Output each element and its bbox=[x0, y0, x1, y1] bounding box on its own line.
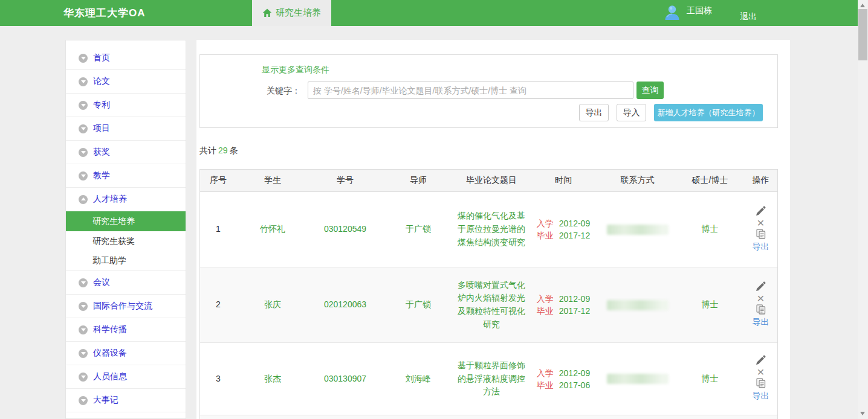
graduate-date: 2017-06 bbox=[559, 379, 590, 391]
sidebar-item-talent-training[interactable]: 人才培养 bbox=[66, 188, 186, 211]
cell-thesis-title: 基于颗粒界面修饰的悬浮液粘度调控方法 bbox=[455, 343, 528, 415]
record-count-suffix: 条 bbox=[230, 146, 238, 155]
cell-thesis-title: 多喷嘴对置式气化炉内火焰辐射发光及颗粒特性可视化研究 bbox=[455, 267, 528, 342]
chevron-down-icon bbox=[79, 349, 88, 358]
table-body: 1竹怀礼030120549于广锁煤的催化气化及基于原位拉曼光谱的煤焦结构演变研究… bbox=[200, 192, 777, 419]
page-scrollbar[interactable] bbox=[858, 0, 868, 419]
show-more-filters-link[interactable]: 显示更多查询条件 bbox=[262, 65, 329, 75]
sidebar-item-science-communication[interactable]: 科学传播 bbox=[66, 318, 186, 342]
sidebar-item-teaching[interactable]: 教学 bbox=[66, 164, 186, 188]
username[interactable]: 王国栋 bbox=[687, 5, 712, 16]
sidebar-item-label: 专利 bbox=[93, 100, 110, 110]
keyword-input[interactable] bbox=[308, 82, 633, 99]
export-button[interactable]: 导出 bbox=[579, 104, 609, 121]
filter-panel: 显示更多查询条件 关键字： 查询 导出 导入 新增人才培养（研究生培养） bbox=[199, 54, 778, 128]
edit-icon[interactable] bbox=[756, 281, 766, 292]
cell-index: 2 bbox=[200, 267, 236, 342]
column-header: 时间 bbox=[528, 170, 599, 191]
sidebar-item-instruments[interactable]: 仪器设备 bbox=[66, 342, 186, 365]
enroll-date: 2012-09 bbox=[559, 293, 590, 305]
scrollbar-up-icon[interactable] bbox=[860, 4, 865, 7]
sidebar-item-label: 教学 bbox=[93, 170, 110, 181]
cell-supervisor: 于广锁 bbox=[381, 267, 455, 342]
enroll-label: 入学 bbox=[537, 367, 554, 379]
tab-graduate-training[interactable]: 研究生培养 bbox=[252, 0, 331, 26]
graduate-label: 毕业 bbox=[537, 305, 554, 317]
column-header: 联系方式 bbox=[599, 170, 676, 191]
enroll-label: 入学 bbox=[537, 293, 554, 305]
sidebar-item-home[interactable]: 首页 bbox=[66, 46, 186, 70]
cell-time: 入学毕业2012-092017-12 bbox=[528, 192, 599, 267]
sidebar-item-label: 论文 bbox=[93, 76, 110, 87]
time-values: 2012-092017-12 bbox=[559, 293, 590, 317]
column-header: 序号 bbox=[200, 170, 236, 191]
chevron-down-icon bbox=[79, 171, 88, 181]
home-icon bbox=[262, 8, 272, 18]
cell-time: 入学毕业2012-092017-12 bbox=[528, 267, 599, 342]
chevron-down-icon bbox=[79, 124, 88, 133]
sidebar-item-international-cooperation[interactable]: 国际合作与交流 bbox=[66, 295, 186, 318]
cell-contact bbox=[599, 343, 676, 415]
sidebar-item-events[interactable]: 大事记 bbox=[66, 389, 186, 412]
chevron-down-icon bbox=[79, 54, 88, 63]
cell-actions: ×导出 bbox=[744, 192, 777, 267]
cell-index: 3 bbox=[200, 343, 236, 415]
table-row: 3张杰030130907刘海峰基于颗粒界面修饰的悬浮液粘度调控方法入学毕业201… bbox=[200, 343, 777, 415]
row-export-link[interactable]: 导出 bbox=[753, 240, 769, 254]
graduate-date: 2017-12 bbox=[559, 229, 590, 241]
delete-icon[interactable]: × bbox=[757, 366, 764, 377]
sidebar-item-awards[interactable]: 获奖 bbox=[66, 141, 186, 164]
sidebar-item-label: 获奖 bbox=[93, 147, 110, 158]
sidebar-item-patents[interactable]: 专利 bbox=[66, 94, 186, 117]
cell-supervisor: 于广锁 bbox=[381, 192, 455, 267]
copy-icon[interactable] bbox=[756, 229, 766, 239]
row-export-link[interactable]: 导出 bbox=[753, 316, 769, 329]
cell-student: 张杰 bbox=[236, 343, 309, 415]
delete-icon[interactable]: × bbox=[757, 217, 764, 228]
table-row: 2张庆020120063于广锁多喷嘴对置式气化炉内火焰辐射发光及颗粒特性可视化研… bbox=[200, 267, 777, 343]
sidebar-item-graduate-awards[interactable]: 研究生获奖 bbox=[66, 231, 186, 251]
column-header: 毕业论文题目 bbox=[455, 170, 528, 191]
edit-icon[interactable] bbox=[756, 355, 766, 365]
logout-button[interactable]: 退出 bbox=[740, 11, 757, 22]
sidebar-item-label: 科学传播 bbox=[93, 324, 127, 335]
scrollbar-thumb[interactable] bbox=[858, 9, 867, 60]
enroll-date: 2012-09 bbox=[559, 367, 590, 379]
copy-icon[interactable] bbox=[756, 378, 766, 388]
sidebar-item-label: 人员信息 bbox=[93, 371, 127, 382]
chevron-up-icon bbox=[79, 195, 88, 204]
sidebar-item-label: 大事记 bbox=[93, 395, 118, 406]
sidebar-item-personnel[interactable]: 人员信息 bbox=[66, 365, 186, 389]
user-avatar-icon[interactable] bbox=[663, 4, 681, 22]
sidebar-item-meetings[interactable]: 会议 bbox=[66, 271, 186, 295]
column-header: 操作 bbox=[744, 170, 777, 191]
scrollbar-down-icon[interactable] bbox=[860, 412, 865, 415]
record-count-prefix: 共计 bbox=[199, 146, 216, 155]
chevron-down-icon bbox=[79, 278, 88, 287]
row-export-link[interactable]: 导出 bbox=[753, 389, 769, 403]
time-labels: 入学毕业 bbox=[537, 293, 554, 317]
edit-icon[interactable] bbox=[756, 206, 766, 216]
query-button[interactable]: 查询 bbox=[636, 82, 664, 99]
cell-student: 竹怀礼 bbox=[236, 192, 309, 267]
cell-index: 1 bbox=[200, 192, 236, 267]
sidebar-item-projects[interactable]: 项目 bbox=[66, 117, 186, 141]
sidebar-item-label: 仪器设备 bbox=[93, 348, 127, 359]
sidebar-item-graduate-training[interactable]: 研究生培养 bbox=[66, 211, 186, 231]
table-header-row: 序号学生学号导师毕业论文题目时间联系方式硕士/博士操作 bbox=[200, 170, 777, 192]
import-button[interactable]: 导入 bbox=[617, 104, 646, 121]
cell-degree: 博士 bbox=[676, 192, 744, 267]
column-header: 学生 bbox=[236, 170, 309, 191]
cell-contact bbox=[599, 267, 676, 342]
column-header: 学号 bbox=[309, 170, 381, 191]
sidebar-item-label: 会议 bbox=[93, 277, 110, 288]
delete-icon[interactable]: × bbox=[757, 293, 764, 303]
add-training-button[interactable]: 新增人才培养（研究生培养） bbox=[654, 104, 763, 121]
sidebar-item-work-study[interactable]: 勤工助学 bbox=[66, 251, 186, 271]
contact-redacted bbox=[607, 225, 669, 235]
sidebar-item-label: 项目 bbox=[93, 123, 110, 134]
sidebar-item-papers[interactable]: 论文 bbox=[66, 70, 186, 94]
copy-icon[interactable] bbox=[756, 304, 766, 315]
record-count-value: 29 bbox=[218, 146, 228, 155]
cell-degree: 博士 bbox=[676, 267, 744, 342]
